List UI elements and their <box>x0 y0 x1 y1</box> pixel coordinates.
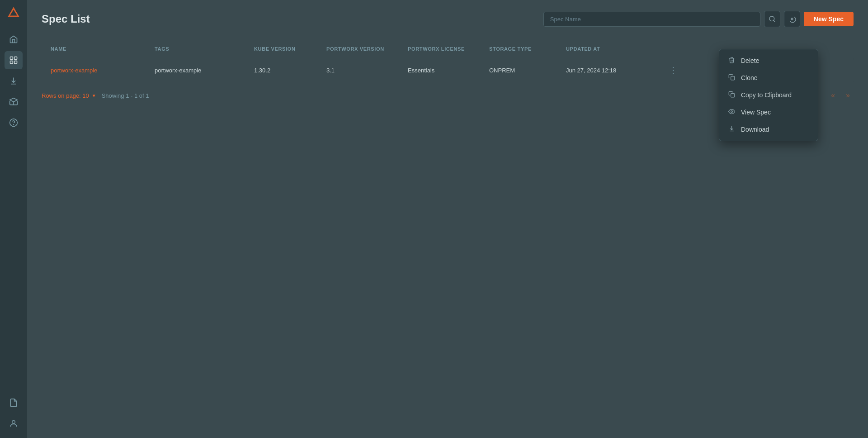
context-menu-item-delete[interactable]: Delete <box>719 52 818 69</box>
sidebar-item-home[interactable] <box>5 30 23 48</box>
context-menu-delete-label: Delete <box>741 57 759 64</box>
rows-per-page-chevron-icon: ▼ <box>92 93 96 98</box>
col-header-portworx-version: PORTWORX VERSION <box>323 42 404 56</box>
svg-point-7 <box>14 124 14 125</box>
cell-updated-at: Jun 27, 2024 12:18 <box>562 62 662 79</box>
context-menu-item-clone[interactable]: Clone <box>719 69 818 86</box>
svg-rect-3 <box>14 57 17 60</box>
three-dots-icon: ⋮ <box>669 65 678 75</box>
search-button[interactable] <box>764 11 780 27</box>
cell-tags: portworx-example <box>151 62 250 79</box>
context-menu-item-copy[interactable]: Copy to Clipboard <box>719 86 818 104</box>
prev-page-button[interactable]: « <box>827 90 839 101</box>
svg-point-9 <box>769 16 774 21</box>
context-menu-item-view[interactable]: View Spec <box>719 104 818 121</box>
col-header-portworx-license: PORTWORX LICENSE <box>404 42 486 56</box>
context-menu-view-label: View Spec <box>741 109 771 116</box>
col-header-kube-version: KUBE VERSION <box>250 42 323 56</box>
svg-point-13 <box>731 111 732 113</box>
search-input-wrap <box>543 12 760 27</box>
rows-per-page-label: Rows on page: 10 <box>42 92 89 99</box>
svg-point-10 <box>791 18 793 20</box>
main-content: Spec List New Spec NAME <box>27 0 868 438</box>
col-header-tags: TAGS <box>151 42 250 56</box>
context-menu-item-download[interactable]: Download <box>719 121 818 138</box>
cell-portworx-license: Essentials <box>404 62 486 79</box>
header-right: New Spec <box>543 11 854 27</box>
page-title: Spec List <box>42 13 543 25</box>
context-menu-download-label: Download <box>741 126 769 133</box>
copy-clipboard-icon <box>727 91 736 99</box>
row-actions-button[interactable]: ⋮ <box>665 63 682 77</box>
svg-rect-5 <box>14 61 17 64</box>
context-menu: Delete Clone Copy to Clipboard <box>719 49 818 141</box>
download-icon <box>727 125 736 133</box>
header: Spec List New Spec <box>42 11 854 27</box>
cell-kube-version: 1.30.2 <box>250 62 323 79</box>
search-input[interactable] <box>543 12 760 27</box>
sidebar-item-docs[interactable] <box>5 394 23 412</box>
sidebar-item-download[interactable] <box>5 72 23 90</box>
view-spec-icon <box>727 108 736 116</box>
pagination-nav: « » <box>827 90 854 101</box>
col-header-name: NAME <box>47 42 151 56</box>
cell-portworx-version: 3.1 <box>323 62 404 79</box>
next-page-button[interactable]: » <box>842 90 854 101</box>
col-header-actions <box>662 42 689 56</box>
sidebar-item-profile[interactable] <box>5 414 23 433</box>
showing-label: Showing 1 - 1 of 1 <box>102 92 149 99</box>
sidebar-item-help[interactable] <box>5 114 23 132</box>
clone-icon <box>727 74 736 82</box>
svg-rect-4 <box>10 61 13 64</box>
context-menu-clone-label: Clone <box>741 74 758 81</box>
svg-point-8 <box>12 420 15 424</box>
delete-icon <box>727 57 736 65</box>
sidebar-item-learn[interactable] <box>5 93 23 111</box>
cell-actions: ⋮ <box>662 58 689 82</box>
sidebar-item-dashboard[interactable] <box>5 51 23 69</box>
rows-per-page-selector[interactable]: Rows on page: 10 ▼ <box>42 92 96 99</box>
cell-storage-type: ONPREM <box>486 62 562 79</box>
cell-name: portworx-example <box>47 62 151 79</box>
sidebar <box>0 0 27 438</box>
col-header-storage-type: STORAGE TYPE <box>486 42 562 56</box>
filter-button[interactable] <box>784 11 800 27</box>
new-spec-button[interactable]: New Spec <box>804 12 854 26</box>
svg-rect-2 <box>10 57 13 60</box>
svg-rect-11 <box>731 76 734 80</box>
svg-rect-12 <box>731 94 734 97</box>
sidebar-logo[interactable] <box>6 5 21 21</box>
spec-name-link[interactable]: portworx-example <box>51 67 97 74</box>
col-header-updated-at: UPDATED AT <box>562 42 662 56</box>
context-menu-copy-label: Copy to Clipboard <box>741 91 792 99</box>
